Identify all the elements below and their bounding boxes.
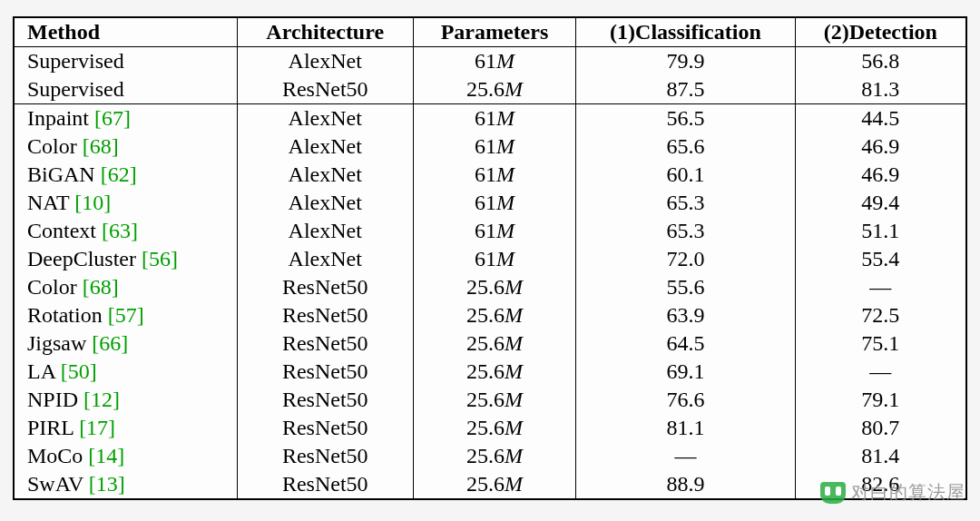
- method-name: SwAV: [27, 472, 89, 496]
- method-cell: Color [68]: [14, 273, 237, 301]
- method-name: Color: [27, 134, 83, 158]
- classification-cell: 79.9: [576, 47, 795, 76]
- parameters-cell: 25.6M: [413, 329, 576, 358]
- parameters-cell: 25.6M: [413, 301, 576, 329]
- classification-cell: 72.0: [576, 245, 795, 273]
- watermark: 对白的算法屋: [820, 480, 965, 505]
- table-row: Color [68]ResNet5025.6M55.6—: [14, 273, 966, 301]
- method-name: Supervised: [27, 77, 124, 101]
- architecture-cell: AlexNet: [237, 161, 413, 189]
- parameters-cell: 25.6M: [413, 470, 576, 499]
- architecture-cell: ResNet50: [237, 358, 413, 386]
- architecture-cell: ResNet50: [237, 75, 413, 104]
- classification-cell: 63.9: [576, 301, 795, 329]
- table-row: NAT [10]AlexNet61M65.349.4: [14, 189, 966, 217]
- detection-cell: 81.3: [795, 75, 966, 104]
- architecture-cell: AlexNet: [237, 217, 413, 245]
- parameters-cell: 25.6M: [413, 386, 576, 414]
- wechat-icon: [820, 482, 846, 504]
- method-name: Jigsaw: [27, 331, 92, 355]
- method-cell: Supervised: [14, 75, 237, 104]
- citation: [66]: [92, 331, 128, 355]
- method-name: LA: [27, 359, 61, 383]
- parameters-cell: 61M: [413, 217, 576, 245]
- col-classification: (1)Classification: [576, 17, 795, 47]
- citation: [57]: [108, 303, 144, 327]
- method-cell: NPID [12]: [14, 386, 237, 414]
- detection-cell: —: [795, 358, 966, 386]
- architecture-cell: AlexNet: [237, 189, 413, 217]
- table-row: Jigsaw [66]ResNet5025.6M64.575.1: [14, 329, 966, 358]
- table-row: LA [50]ResNet5025.6M69.1—: [14, 358, 966, 386]
- method-cell: PIRL [17]: [14, 414, 237, 442]
- method-name: NPID: [27, 388, 83, 411]
- method-name: Supervised: [27, 49, 124, 73]
- method-name: Context: [27, 219, 102, 242]
- architecture-cell: ResNet50: [237, 301, 413, 329]
- parameters-cell: 25.6M: [413, 414, 576, 442]
- method-name: Inpaint: [27, 106, 94, 130]
- citation: [56]: [142, 247, 178, 270]
- col-architecture: Architecture: [237, 17, 413, 47]
- table-row: BiGAN [62]AlexNet61M60.146.9: [14, 161, 966, 189]
- method-cell: DeepCluster [56]: [14, 245, 237, 273]
- classification-cell: 88.9: [576, 470, 795, 499]
- parameters-cell: 25.6M: [413, 358, 576, 386]
- citation: [12]: [83, 388, 120, 411]
- col-method: Method: [14, 17, 237, 47]
- method-name: Color: [27, 275, 83, 299]
- detection-cell: 46.9: [795, 161, 966, 189]
- classification-cell: 65.3: [576, 217, 795, 245]
- parameters-cell: 61M: [413, 133, 576, 161]
- citation: [14]: [88, 444, 124, 467]
- detection-cell: 80.7: [795, 414, 966, 442]
- parameters-cell: 61M: [413, 245, 576, 273]
- classification-cell: 64.5: [576, 329, 795, 358]
- citation: [67]: [94, 106, 131, 130]
- comparison-table: Method Architecture Parameters (1)Classi…: [13, 16, 967, 500]
- citation: [68]: [83, 275, 119, 299]
- method-cell: Inpaint [67]: [14, 104, 237, 133]
- table-row: SupervisedAlexNet61M79.956.8: [14, 47, 966, 76]
- classification-cell: 81.1: [576, 414, 795, 442]
- architecture-cell: AlexNet: [237, 47, 413, 76]
- method-cell: LA [50]: [14, 358, 237, 386]
- detection-cell: 44.5: [795, 104, 966, 133]
- citation: [63]: [102, 219, 138, 242]
- parameters-cell: 25.6M: [413, 442, 576, 470]
- table-row: Inpaint [67]AlexNet61M56.544.5: [14, 104, 966, 133]
- citation: [68]: [83, 134, 119, 158]
- table-row: SupervisedResNet5025.6M87.581.3: [14, 75, 966, 104]
- method-cell: Context [63]: [14, 217, 237, 245]
- citation: [10]: [74, 191, 111, 214]
- table-row: Context [63]AlexNet61M65.351.1: [14, 217, 966, 245]
- parameters-cell: 25.6M: [413, 273, 576, 301]
- method-cell: SwAV [13]: [14, 470, 237, 499]
- table-row: DeepCluster [56]AlexNet61M72.055.4: [14, 245, 966, 273]
- method-name: DeepCluster: [27, 247, 142, 270]
- classification-cell: 56.5: [576, 104, 795, 133]
- method-cell: NAT [10]: [14, 189, 237, 217]
- col-detection: (2)Detection: [795, 17, 966, 47]
- classification-cell: 65.6: [576, 133, 795, 161]
- method-name: MoCo: [27, 444, 88, 467]
- method-cell: MoCo [14]: [14, 442, 237, 470]
- detection-cell: 56.8: [795, 47, 966, 76]
- detection-cell: 49.4: [795, 189, 966, 217]
- parameters-cell: 61M: [413, 47, 576, 76]
- citation: [62]: [101, 162, 137, 186]
- method-name: NAT: [27, 191, 74, 214]
- detection-cell: 72.5: [795, 301, 966, 329]
- method-cell: Supervised: [14, 47, 237, 76]
- table-row: NPID [12]ResNet5025.6M76.679.1: [14, 386, 966, 414]
- detection-cell: 55.4: [795, 245, 966, 273]
- col-parameters: Parameters: [413, 17, 576, 47]
- classification-cell: 55.6: [576, 273, 795, 301]
- detection-cell: 51.1: [795, 217, 966, 245]
- citation: [17]: [79, 416, 115, 439]
- classification-cell: 65.3: [576, 189, 795, 217]
- architecture-cell: ResNet50: [237, 273, 413, 301]
- table-row: Color [68]AlexNet61M65.646.9: [14, 133, 966, 161]
- parameters-cell: 61M: [413, 104, 576, 133]
- classification-cell: —: [576, 442, 795, 470]
